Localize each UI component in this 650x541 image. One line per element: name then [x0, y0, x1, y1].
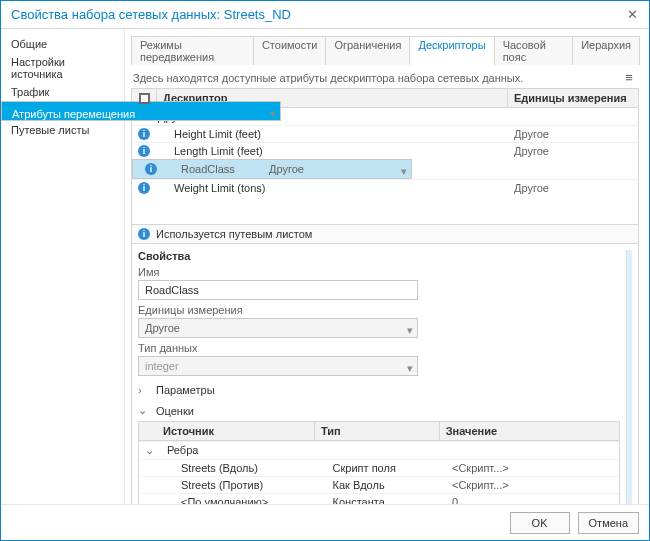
sidebar-item-traffic[interactable]: Трафик — [1, 83, 124, 101]
close-icon[interactable]: ✕ — [625, 7, 639, 22]
evaluators-grid: Источник Тип Значение ⌄ Ребра Streets (В… — [138, 421, 620, 504]
sidebar-item-travel-attributes[interactable]: Атрибуты перемещения — [1, 101, 281, 121]
tab-hierarchy[interactable]: Иерархия — [572, 36, 640, 65]
hamburger-icon[interactable]: ≡ — [621, 71, 637, 84]
col-type[interactable]: Тип — [315, 422, 440, 440]
hint-row: Здесь находятся доступные атрибуты дескр… — [131, 65, 639, 88]
row-name: RoadClass — [163, 158, 263, 180]
row-length-limit[interactable]: i Length Limit (feet) Другое — [132, 142, 638, 159]
tab-descriptors[interactable]: Дескрипторы — [409, 36, 494, 65]
sidebar-item-directions[interactable]: Путевые листы — [1, 121, 124, 139]
row-roadclass[interactable]: i RoadClass Другое — [132, 159, 412, 179]
name-label: Имя — [138, 266, 620, 278]
tab-timezone[interactable]: Часовой пояс — [494, 36, 574, 65]
row-name: Height Limit (feet) — [156, 126, 508, 142]
used-by-directions: i Используется путевым листом — [131, 225, 639, 244]
used-by-label: Используется путевым листом — [156, 228, 312, 240]
hint-text: Здесь находятся доступные атрибуты дескр… — [133, 72, 621, 84]
grid-body: ⌄ Другое i Height Limit (feet) Другое i … — [132, 108, 638, 224]
tab-costs[interactable]: Стоимости — [253, 36, 326, 65]
units-select[interactable]: Другое — [138, 318, 418, 338]
units-label: Единицы измерения — [138, 304, 620, 316]
properties-panel: Свойства Имя Единицы измерения Другое Ти… — [131, 244, 639, 504]
info-icon: i — [145, 163, 157, 175]
row-weight-limit[interactable]: i Weight Limit (tons) Другое — [132, 179, 638, 196]
column-units[interactable]: Единицы измерения — [508, 89, 638, 107]
parameters-label: Параметры — [156, 384, 215, 396]
scroll-indicator[interactable] — [626, 250, 632, 504]
datatype-select[interactable]: integer — [138, 356, 418, 376]
name-input[interactable] — [138, 280, 418, 300]
row-units: Другое — [508, 180, 638, 196]
ok-button[interactable]: OK — [510, 512, 570, 534]
chevron-right-icon: › — [138, 384, 150, 396]
info-icon: i — [138, 145, 150, 157]
evaluators-header: Источник Тип Значение — [139, 422, 619, 441]
dialog-body: Общие Настройки источника Трафик Атрибут… — [1, 29, 649, 504]
row-units: Другое — [508, 126, 638, 142]
tab-restrictions[interactable]: Ограничения — [325, 36, 410, 65]
sidebar-item-source-settings[interactable]: Настройки источника — [1, 53, 124, 83]
sidebar-item-general[interactable]: Общие — [1, 35, 124, 53]
col-value[interactable]: Значение — [440, 422, 619, 440]
row-units: Другое — [263, 158, 393, 180]
chevron-down-icon: ⌄ — [138, 404, 150, 417]
tab-travel-modes[interactable]: Режимы передвижения — [131, 36, 254, 65]
row-height-limit[interactable]: i Height Limit (feet) Другое — [132, 125, 638, 142]
group-edges[interactable]: ⌄ Ребра — [139, 441, 619, 459]
chevron-down-icon: ⌄ — [139, 442, 157, 459]
dialog-title: Свойства набора сетевых данных: Streets_… — [11, 7, 625, 22]
titlebar: Свойства набора сетевых данных: Streets_… — [1, 1, 649, 29]
tabstrip: Режимы передвижения Стоимости Ограничени… — [131, 35, 639, 65]
properties-title: Свойства — [138, 250, 620, 262]
dialog-footer: OK Отмена — [1, 504, 649, 540]
edges-label: Ребра — [157, 442, 317, 459]
col-source[interactable]: Источник — [157, 422, 315, 440]
row-name: Weight Limit (tons) — [156, 180, 508, 196]
row-name: Length Limit (feet) — [156, 143, 508, 159]
sidebar: Общие Настройки источника Трафик Атрибут… — [1, 29, 125, 504]
cancel-button[interactable]: Отмена — [578, 512, 639, 534]
dialog: Свойства набора сетевых данных: Streets_… — [0, 0, 650, 541]
info-icon: i — [138, 228, 150, 240]
evaluators-expander[interactable]: ⌄ Оценки — [138, 404, 620, 417]
info-icon: i — [138, 128, 150, 140]
info-icon: i — [138, 182, 150, 194]
edge-row-along[interactable]: Streets (Вдоль) Скрипт поля <Скрипт...> — [139, 459, 619, 476]
row-units: Другое — [508, 143, 638, 159]
edge-row-against[interactable]: Streets (Против) Как Вдоль <Скрипт...> — [139, 476, 619, 493]
datatype-label: Тип данных — [138, 342, 620, 354]
parameters-expander[interactable]: › Параметры — [138, 384, 620, 396]
evaluators-label: Оценки — [156, 405, 194, 417]
edge-row-default[interactable]: <По умолчанию> Константа 0 — [139, 493, 619, 504]
checkbox-icon — [139, 93, 150, 104]
